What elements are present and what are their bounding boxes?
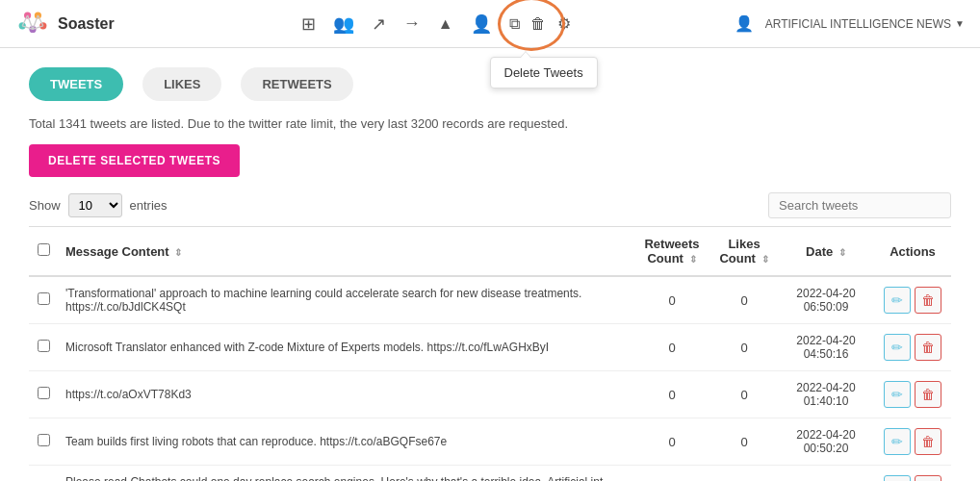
action-buttons-3: ✏ 🗑 (882, 381, 943, 408)
row-checkbox-cell (29, 276, 58, 324)
col-header-message: Message Content ⇕ (58, 227, 633, 277)
user-menu-caret: ▼ (955, 18, 965, 29)
col-date-sort[interactable]: ⇕ (838, 247, 846, 258)
row-date-4: 2022-04-20 00:50:20 (778, 418, 874, 466)
search-box (768, 192, 951, 218)
row-actions-2: ✏ 🗑 (874, 324, 951, 371)
col-header-date: Date ⇕ (778, 227, 874, 277)
col-header-actions: Actions (874, 227, 951, 277)
row-retweets-5: 0 (633, 466, 710, 482)
delete-button-2[interactable]: 🗑 (915, 334, 941, 361)
col-likes-label: LikesCount (719, 237, 760, 266)
delete-button-5[interactable]: 🗑 (915, 475, 941, 481)
col-header-retweets: RetweetsCount ⇕ (633, 227, 710, 277)
row-date-1: 2022-04-20 06:50:09 (778, 276, 874, 324)
show-entries: Show 10 25 50 100 entries (29, 193, 168, 217)
delete-tweets-wrapper: ⧉ 🗑 ⚙ Delete Tweets (509, 14, 571, 33)
brand[interactable]: Soaster (15, 7, 115, 41)
row-date-2: 2022-04-20 04:50:16 (778, 324, 874, 371)
nav-right: 👤 ARTIFICIAL INTELLIGENCE NEWS ▼ (735, 14, 965, 33)
delete-button-1[interactable]: 🗑 (915, 287, 941, 314)
grid-icon[interactable]: ⊞ (301, 13, 316, 35)
svg-point-4 (39, 22, 46, 29)
col-header-checkbox (29, 227, 58, 277)
tab-likes[interactable]: LIKES (142, 67, 221, 101)
action-buttons-4: ✏ 🗑 (882, 428, 943, 455)
col-actions-label: Actions (890, 244, 936, 259)
row-message-1: 'Transformational' approach to machine l… (58, 276, 633, 324)
row-retweets-4: 0 (633, 418, 710, 466)
delete-button-3[interactable]: 🗑 (915, 381, 941, 408)
row-message-5: Please read Chatbots could one day repla… (58, 466, 633, 482)
action-buttons-2: ✏ 🗑 (882, 334, 943, 361)
navbar: Soaster ⊞ 👥 ↗ → ▲ 👤 ⧉ 🗑 ⚙ Delete Tweets … (0, 0, 980, 48)
col-message-label: Message Content (65, 244, 169, 259)
user-menu[interactable]: ARTIFICIAL INTELLIGENCE NEWS ▼ (765, 17, 965, 31)
user-menu-label: ARTIFICIAL INTELLIGENCE NEWS (765, 17, 951, 31)
row-likes-1: 0 (710, 276, 778, 324)
row-checkbox-1[interactable] (38, 292, 50, 305)
row-checkbox-cell (29, 418, 58, 466)
row-likes-5: 0 (710, 466, 778, 482)
row-checkbox-2[interactable] (38, 340, 50, 352)
table-row: 'Transformational' approach to machine l… (29, 276, 951, 324)
action-buttons-5: ✏ 🗑 (882, 475, 943, 481)
copy-icon[interactable]: ⧉ (509, 15, 520, 32)
row-checkbox-cell (29, 466, 58, 482)
edit-button-2[interactable]: ✏ (884, 334, 911, 361)
row-likes-3: 0 (710, 371, 778, 418)
table-row: Please read Chatbots could one day repla… (29, 466, 951, 482)
row-retweets-3: 0 (633, 371, 710, 418)
users-icon[interactable]: 👥 (333, 13, 354, 35)
entries-label: entries (130, 198, 168, 213)
col-header-likes: LikesCount ⇕ (710, 227, 778, 277)
search-input[interactable] (768, 192, 951, 218)
col-likes-sort[interactable]: ⇕ (761, 254, 769, 265)
settings-icon[interactable]: ⚙ (557, 15, 571, 32)
row-checkbox-cell (29, 371, 58, 418)
tab-retweets[interactable]: RETWEETS (241, 67, 352, 101)
delete-selected-button[interactable]: DELETE SELECTED TWEETS (29, 144, 240, 177)
brand-logo (15, 7, 50, 41)
table-row: https://t.co/aOxVT78Kd3 0 0 2022-04-20 0… (29, 371, 951, 418)
row-likes-2: 0 (710, 324, 778, 371)
info-text: Total 1341 tweets are listed. Due to the… (29, 116, 951, 131)
edit-button-3[interactable]: ✏ (884, 381, 911, 408)
edit-button-1[interactable]: ✏ (884, 287, 911, 314)
profile-icon[interactable]: 👤 (471, 13, 492, 35)
brand-name: Soaster (58, 15, 115, 33)
row-checkbox-cell (29, 324, 58, 371)
row-checkbox-3[interactable] (38, 387, 50, 399)
col-message-sort[interactable]: ⇕ (174, 247, 182, 258)
tweets-table: Message Content ⇕ RetweetsCount ⇕ LikesC… (29, 226, 951, 481)
col-date-label: Date (806, 244, 833, 259)
row-retweets-2: 0 (633, 324, 710, 371)
row-actions-4: ✏ 🗑 (874, 418, 951, 466)
row-date-5: 2022-04-19 (778, 466, 874, 482)
trash-icon[interactable]: 🗑 (530, 15, 546, 32)
col-retweets-sort[interactable]: ⇕ (689, 254, 697, 265)
table-row: Team builds first living robots that can… (29, 418, 951, 466)
tab-tweets[interactable]: TWEETS (29, 67, 123, 101)
row-message-2: Microsoft Translator enhanced with Z-cod… (58, 324, 633, 371)
arrow-icon[interactable]: → (403, 13, 421, 34)
row-actions-5: ✏ 🗑 (874, 466, 951, 482)
nav-icons: ⊞ 👥 ↗ → ▲ 👤 ⧉ 🗑 ⚙ Delete Tweets (138, 13, 735, 35)
edit-button-5[interactable]: ✏ (884, 475, 911, 481)
pin-icon[interactable]: ▲ (438, 15, 453, 33)
row-checkbox-4[interactable] (38, 434, 50, 446)
user-icon-nav: 👤 (735, 14, 754, 33)
row-date-3: 2022-04-20 01:40:10 (778, 371, 874, 418)
row-actions-3: ✏ 🗑 (874, 371, 951, 418)
row-likes-4: 0 (710, 418, 778, 466)
show-label: Show (29, 198, 61, 213)
delete-button-4[interactable]: 🗑 (915, 428, 941, 455)
trend-icon[interactable]: ↗ (372, 13, 386, 35)
entries-select[interactable]: 10 25 50 100 (68, 193, 122, 217)
row-message-4: Team builds first living robots that can… (58, 418, 633, 466)
main-content: TWEETS LIKES RETWEETS Total 1341 tweets … (0, 48, 980, 481)
select-all-checkbox[interactable] (38, 243, 50, 256)
edit-button-4[interactable]: ✏ (884, 428, 911, 455)
row-retweets-1: 0 (633, 276, 710, 324)
action-buttons-1: ✏ 🗑 (882, 287, 943, 314)
